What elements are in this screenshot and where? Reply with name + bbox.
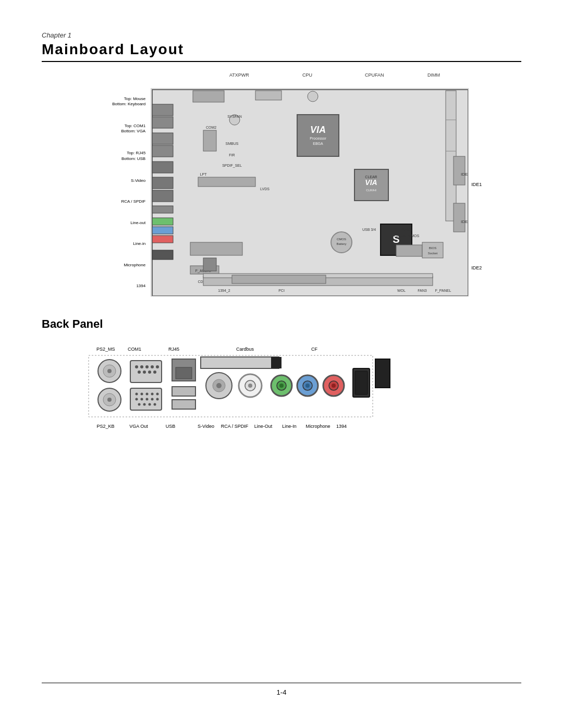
svg-text:Battery: Battery — [337, 242, 347, 245]
svg-rect-99 — [172, 387, 195, 396]
svg-text:EBGA: EBGA — [313, 142, 323, 145]
svg-rect-120 — [375, 359, 390, 388]
bp-label-ps2kb: PS2_KB — [91, 424, 120, 429]
svg-rect-19 — [454, 156, 465, 185]
svg-rect-38 — [422, 242, 443, 258]
svg-rect-6 — [152, 177, 173, 189]
svg-rect-119 — [271, 357, 282, 368]
svg-point-68 — [107, 369, 112, 373]
svg-text:LVDS: LVDS — [260, 187, 270, 191]
svg-text:SYSFAN: SYSFAN — [227, 115, 242, 118]
bp-label-svideo: S-Video — [193, 424, 219, 429]
svg-point-103 — [216, 383, 222, 388]
svg-point-92 — [156, 398, 159, 401]
page-title: Mainboard Layout — [42, 41, 521, 62]
svg-text:WOL: WOL — [397, 289, 406, 292]
svg-rect-10 — [152, 227, 173, 234]
page-number: 1-4 — [277, 683, 287, 696]
svg-text:VIA: VIA — [365, 178, 377, 187]
svg-text:KBMS: KBMS — [401, 228, 412, 231]
svg-text:CLEAR: CLEAR — [365, 175, 377, 179]
bp-label-line-in: Line-In — [276, 424, 302, 429]
svg-rect-37 — [396, 245, 422, 256]
label-dimm: DIMM — [427, 72, 440, 78]
svg-text:PCI: PCI — [278, 289, 285, 292]
svg-rect-11 — [152, 236, 173, 243]
svg-point-95 — [149, 403, 151, 406]
bp-label-rj45: RJ45 — [168, 347, 194, 352]
label-rca-spdif: RCA / SPDIF — [73, 199, 145, 204]
svg-text:F_PANEL: F_PANEL — [435, 289, 451, 293]
bp-label-com1: COM1 — [128, 347, 163, 352]
bp-label-1394: 1394 — [334, 424, 349, 429]
svg-text:SMBUS: SMBUS — [226, 142, 239, 145]
svg-point-106 — [248, 384, 252, 388]
label-ide2: IDE2 — [471, 265, 490, 270]
svg-rect-2 — [152, 117, 173, 128]
label-microphone: Microphone — [73, 263, 145, 267]
svg-rect-21 — [297, 115, 339, 156]
svg-rect-3 — [152, 133, 173, 144]
back-panel-title: Back Panel — [42, 317, 521, 331]
svg-point-87 — [156, 393, 159, 396]
svg-text:BIOS: BIOS — [429, 246, 436, 250]
label-mouse-keyboard: Top: MouseBottom: Keyboard — [73, 96, 145, 107]
svg-rect-13 — [193, 91, 224, 102]
label-svideo: S-Video — [73, 178, 145, 183]
svg-point-112 — [305, 384, 310, 388]
svg-text:Socket: Socket — [428, 252, 438, 255]
bp-label-rca-spdif: RCA / SPDIF — [219, 424, 250, 429]
svg-point-115 — [332, 384, 336, 388]
svg-text:SPDIF_SEL: SPDIF_SEL — [222, 164, 242, 168]
bp-label-usb: USB — [157, 424, 183, 429]
svg-point-93 — [138, 403, 141, 406]
svg-rect-5 — [152, 162, 173, 173]
svg-point-71 — [107, 398, 112, 402]
bp-label-ps2ms: PS2_MS — [96, 347, 123, 352]
svg-rect-20 — [454, 203, 465, 232]
svg-rect-14 — [255, 91, 282, 100]
label-com1-vga: Top: COM1Bottom: VGA — [73, 124, 145, 134]
svg-rect-35 — [198, 177, 255, 187]
svg-rect-9 — [152, 218, 173, 225]
label-line-in: Line-in — [73, 241, 145, 246]
bp-label-cf: CF — [311, 347, 317, 352]
back-panel-diagram — [86, 353, 477, 421]
svg-point-86 — [151, 393, 154, 396]
svg-text:1394_2: 1394_2 — [218, 289, 230, 293]
svg-text:VIA: VIA — [310, 125, 326, 135]
bp-label-vgaout: VGA Out — [120, 424, 157, 429]
svg-point-96 — [154, 403, 156, 406]
label-line-out: Line-out — [73, 220, 145, 225]
svg-point-83 — [136, 393, 138, 396]
svg-rect-72 — [130, 361, 162, 382]
bp-label-cardbus: Cardbus — [236, 347, 254, 352]
svg-text:CLR/HI: CLR/HI — [366, 189, 376, 192]
bp-label-microphone: Microphone — [302, 424, 334, 429]
svg-text:IDE1: IDE1 — [461, 172, 469, 177]
svg-point-73 — [135, 365, 138, 368]
svg-point-91 — [151, 398, 154, 401]
svg-text:LPT: LPT — [200, 172, 207, 176]
label-cpu: CPU — [302, 72, 312, 78]
svg-text:Processor: Processor — [310, 137, 326, 140]
svg-point-80 — [148, 371, 151, 374]
svg-point-76 — [151, 365, 154, 368]
svg-rect-16 — [446, 91, 456, 221]
svg-text:FAN3: FAN3 — [418, 289, 427, 292]
svg-point-78 — [138, 371, 141, 374]
svg-rect-98 — [176, 367, 192, 379]
svg-point-89 — [141, 398, 143, 401]
svg-rect-33 — [203, 130, 216, 151]
svg-point-74 — [140, 365, 143, 368]
mainboard-diagram: VIA Processor EBGA VIA CLR/HI S CMOS Bat… — [151, 88, 469, 297]
label-ide1: IDE1 — [471, 182, 490, 187]
svg-point-84 — [141, 393, 143, 396]
svg-rect-8 — [152, 206, 173, 213]
svg-point-79 — [143, 371, 146, 374]
svg-point-75 — [145, 365, 149, 368]
label-cpufan: CPUFAN — [365, 72, 384, 78]
svg-text:IDE2: IDE2 — [461, 219, 469, 224]
svg-point-15 — [308, 91, 318, 102]
svg-text:CMOS: CMOS — [337, 238, 346, 241]
